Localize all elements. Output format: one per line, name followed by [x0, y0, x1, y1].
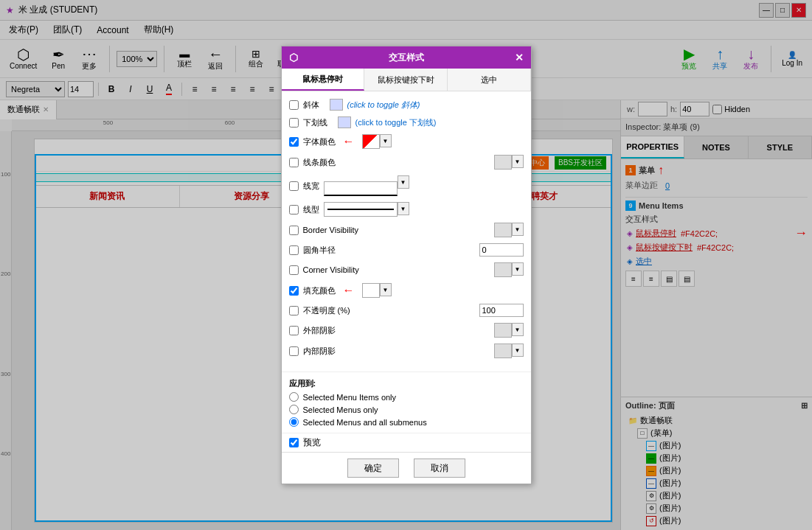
inner-shadow-checkbox[interactable] [289, 346, 299, 356]
line-color-dropdown: ▼ [494, 155, 524, 170]
dialog-title-icon: ⬡ [289, 52, 298, 63]
underline-label: 下划线 [303, 117, 327, 128]
opacity-checkbox[interactable] [289, 306, 299, 315]
outer-shadow-checkbox[interactable] [289, 326, 299, 335]
inner-shadow-label: 内部阴影 [303, 346, 336, 357]
underline-color-swatch[interactable] [338, 116, 351, 128]
corner-vis-label: Corner Visibility [303, 265, 359, 274]
ok-button[interactable]: 确定 [347, 458, 399, 478]
fill-color-arrow[interactable]: ▼ [380, 283, 392, 296]
border-vis-checkbox[interactable] [289, 226, 299, 235]
fill-color-dropdown: ▼ [362, 283, 392, 298]
line-style-checkbox[interactable] [289, 205, 299, 215]
radio-selected-menus: Selected Menus only [289, 405, 524, 414]
row-italic: 斜体 (click to toggle 斜体) [289, 99, 524, 111]
line-color-label: 线条颜色 [303, 157, 336, 168]
outer-shadow-dropdown: ▼ [494, 323, 524, 338]
arrow-font-color: ← [343, 135, 355, 148]
italic-checkbox[interactable] [289, 100, 299, 110]
corner-radius-label: 圆角半径 [303, 245, 336, 256]
italic-label: 斜体 [303, 100, 319, 111]
line-color-checkbox[interactable] [289, 158, 299, 167]
row-line-style: 线型 ▼ [289, 202, 524, 217]
row-underline: 下划线 (click to toggle 下划线) [289, 116, 524, 128]
inner-shadow-dropdown: ▼ [494, 344, 524, 358]
corner-vis-dropdown: ▼ [494, 262, 524, 277]
italic-color-swatch[interactable] [330, 99, 343, 111]
dialog-close-button[interactable]: ✕ [515, 52, 524, 63]
radio-selected-items: Selected Menu Items only [289, 392, 524, 402]
opacity-label: 不透明度 (%) [303, 305, 350, 316]
corner-vis-arrow[interactable]: ▼ [512, 262, 524, 276]
font-color-label: 字体颜色 [303, 136, 336, 147]
row-opacity: 不透明度 (%) [289, 304, 524, 317]
underline-toggle-text: (click to toggle 下划线) [355, 117, 437, 128]
line-width-arrow[interactable]: ▼ [398, 175, 409, 189]
preview-row: 预览 [282, 433, 531, 452]
radio-menus-input[interactable] [289, 405, 299, 414]
row-font-color: 字体颜色 ← ▼ [289, 134, 524, 149]
row-line-width: 线宽 ▼ [289, 175, 524, 196]
outer-shadow-arrow[interactable]: ▼ [512, 323, 524, 336]
interactive-style-dialog: ⬡ 交互样式 ✕ 鼠标悬停时 鼠标按键按下时 选中 斜体 (click to t… [281, 46, 532, 484]
radio-items-label: Selected Menu Items only [303, 393, 397, 402]
dialog-title-text: 交互样式 [389, 52, 424, 64]
line-width-checkbox[interactable] [289, 181, 299, 191]
outer-shadow-label: 外部阴影 [303, 325, 336, 336]
line-style-label: 线型 [303, 204, 319, 215]
radio-selected-all: Selected Menus and all submenus [289, 417, 524, 427]
radio-all-label: Selected Menus and all submenus [303, 418, 427, 427]
inner-shadow-arrow[interactable]: ▼ [512, 344, 524, 357]
row-fill-color: 填充颜色 ← ▼ [289, 283, 524, 298]
corner-vis-checkbox[interactable] [289, 265, 299, 275]
font-color-swatch[interactable] [362, 134, 380, 149]
fill-color-swatch[interactable] [362, 283, 380, 298]
arrow-fill-color: ← [343, 284, 355, 297]
dialog-tab-select[interactable]: 选中 [448, 69, 531, 91]
dialog-tab-hover[interactable]: 鼠标悬停时 [282, 69, 365, 91]
row-corner-vis: Corner Visibility ▼ [289, 262, 524, 277]
row-inner-shadow: 内部阴影 ▼ [289, 344, 524, 358]
cancel-button[interactable]: 取消 [414, 458, 465, 478]
fill-color-label: 填充颜色 [303, 285, 336, 296]
fill-color-checkbox[interactable] [289, 286, 299, 296]
border-vis-arrow[interactable]: ▼ [512, 223, 524, 236]
font-color-checkbox[interactable] [289, 137, 299, 147]
corner-vis-swatch[interactable] [494, 262, 512, 277]
corner-radius-checkbox[interactable] [289, 245, 299, 255]
row-line-color: 线条颜色 ▼ [289, 155, 524, 170]
dialog-tabs: 鼠标悬停时 鼠标按键按下时 选中 [282, 69, 531, 91]
apply-to-section: 应用到: Selected Menu Items only Selected M… [282, 372, 531, 433]
radio-items-input[interactable] [289, 392, 299, 402]
corner-radius-input[interactable] [479, 243, 524, 257]
line-color-swatch[interactable] [494, 155, 512, 170]
line-width-label: 线宽 [303, 181, 319, 192]
line-width-display: ▼ [324, 175, 524, 196]
row-border-vis: Border Visibility ▼ [289, 223, 524, 237]
dialog-body: 斜体 (click to toggle 斜体) 下划线 (click to to… [282, 91, 531, 372]
dialog-title-bar: ⬡ 交互样式 ✕ [282, 46, 531, 69]
preview-label: 预览 [303, 436, 321, 449]
border-vis-swatch[interactable] [494, 223, 512, 237]
italic-toggle-text: (click to toggle 斜体) [347, 100, 420, 111]
radio-all-input[interactable] [289, 417, 299, 427]
border-vis-dropdown: ▼ [494, 223, 524, 237]
row-corner-radius: 圆角半径 [289, 243, 524, 257]
border-vis-label: Border Visibility [303, 226, 359, 234]
line-style-display: ▼ [324, 202, 524, 217]
dialog-tab-click[interactable]: 鼠标按键按下时 [364, 69, 448, 91]
font-color-arrow[interactable]: ▼ [380, 134, 392, 147]
outer-shadow-swatch[interactable] [494, 323, 512, 338]
radio-group: Selected Menu Items only Selected Menus … [289, 392, 524, 427]
row-outer-shadow: 外部阴影 ▼ [289, 323, 524, 338]
underline-checkbox[interactable] [289, 118, 299, 128]
opacity-input[interactable] [479, 304, 524, 317]
line-color-arrow[interactable]: ▼ [512, 155, 524, 168]
line-style-arrow[interactable]: ▼ [398, 202, 409, 215]
dialog-overlay: ⬡ 交互样式 ✕ 鼠标悬停时 鼠标按键按下时 选中 斜体 (click to t… [0, 0, 812, 530]
inner-shadow-swatch[interactable] [494, 344, 512, 358]
dialog-footer: 确定 取消 [282, 452, 531, 484]
apply-to-label: 应用到: [289, 378, 524, 389]
line-width-swatch[interactable] [324, 181, 398, 196]
preview-checkbox[interactable] [289, 438, 299, 447]
